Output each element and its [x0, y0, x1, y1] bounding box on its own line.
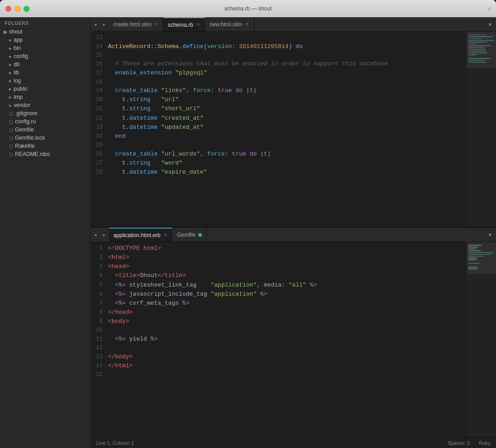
code-line: 11 <%= yield %> — [91, 335, 467, 344]
minimap-visual — [467, 32, 496, 227]
top-minimap — [467, 32, 496, 227]
sidebar-file-label: Gemfile.lock — [15, 135, 45, 141]
tab-nav-next[interactable]: ▸ — [100, 17, 109, 31]
sidebar-folder-label: log — [14, 78, 21, 84]
folder-icon: ▸ — [9, 86, 12, 92]
sidebar-item-public[interactable]: ▸ public — [0, 85, 90, 93]
tab-application-html-erb[interactable]: application.html.erb ✕ — [109, 228, 172, 242]
code-line: 19 create_table "links", force: true do … — [91, 86, 467, 95]
sidebar-item-tmp[interactable]: ▸ tmp — [0, 93, 90, 101]
code-line: 15 — [91, 51, 467, 60]
code-line: 7 <%= csrf_meta_tags %> — [91, 299, 467, 308]
folder-icon: ▸ — [9, 94, 12, 100]
tab-nav-next-bottom[interactable]: ▸ — [100, 228, 109, 242]
code-line: 22 t.datetime "created_at" — [91, 114, 467, 123]
sidebar-item-gitignore[interactable]: ◻ .gitignore — [0, 109, 90, 117]
code-line: 16 # These are extensions that must be e… — [91, 59, 467, 68]
tab-new-html-slim[interactable]: new.html.slim ✕ — [205, 17, 254, 31]
sidebar-item-gemfilelock[interactable]: ◻ Gemfile.lock — [0, 134, 90, 142]
folder-icon: ▸ — [9, 78, 12, 84]
tab-overflow-button[interactable]: ▾ — [484, 20, 496, 29]
file-icon: ◻ — [9, 143, 13, 149]
top-code-area[interactable]: 13 14 ActiveRecord::Schema.define(versio… — [91, 32, 467, 227]
bottom-tab-bar: ◂ ▸ application.html.erb ✕ Gemfile ▾ — [91, 228, 496, 242]
code-line: 15 — [91, 370, 467, 379]
status-position: Line 1, Column 1 — [96, 440, 134, 446]
sidebar-item-app[interactable]: ▸ app — [0, 36, 90, 44]
sidebar-folder-label: vendor — [14, 102, 30, 108]
code-line: 28 t.datetime "expire_date" — [91, 168, 467, 177]
code-line: 13 — [91, 34, 467, 42]
tab-nav-prev-bottom[interactable]: ◂ — [91, 228, 100, 242]
sidebar-item-configru[interactable]: ◻ config.ru — [0, 117, 90, 126]
tab-label: schema.rb — [168, 22, 193, 28]
tab-nav-prev[interactable]: ◂ — [91, 17, 100, 31]
sidebar-item-bin[interactable]: ▸ bin — [0, 44, 90, 52]
window-title: schema.rb — shout — [224, 5, 271, 12]
sidebar-item-rakefile[interactable]: ◻ Rakefile — [0, 142, 90, 150]
bottom-minimap — [467, 242, 496, 437]
code-line: 8 </head> — [91, 308, 467, 317]
sidebar-item-vendor[interactable]: ▸ vendor — [0, 101, 90, 109]
sidebar-item-log[interactable]: ▸ log — [0, 77, 90, 85]
folder-icon: ▸ — [9, 45, 12, 51]
tab-label: Gemfile — [177, 232, 196, 238]
sidebar-item-db[interactable]: ▸ db — [0, 60, 90, 68]
code-line: 6 <%= javascript_include_tag "applicatio… — [91, 290, 467, 299]
sidebar-file-label: .gitignore — [15, 110, 37, 117]
tab-create-html-slim[interactable]: create.html.slim ✕ — [109, 17, 163, 31]
tab-close-icon[interactable]: ✕ — [196, 22, 200, 28]
tab-close-icon[interactable]: ✕ — [163, 232, 167, 238]
folder-icon: ▸ — [9, 70, 12, 76]
code-line: 4 <title>Shout</title> — [91, 271, 467, 280]
code-line: 20 t.string "url" — [91, 95, 467, 104]
code-line: 10 — [91, 326, 467, 335]
sidebar-item-config[interactable]: ▸ config — [0, 52, 90, 60]
code-line: 21 t.string "short_url" — [91, 104, 467, 113]
expand-icon[interactable]: ⤢ — [487, 6, 491, 12]
folder-icon: ▶ — [4, 29, 7, 35]
sidebar-file-label: Gemfile — [15, 127, 34, 133]
tab-modified-dot — [198, 233, 202, 237]
sidebar-file-label: README.rdoc — [15, 151, 50, 157]
sidebar-header: FOLDERS — [0, 17, 90, 28]
sidebar-root-label: shout — [9, 29, 22, 35]
svg-rect-16 — [467, 32, 496, 68]
file-icon: ◻ — [9, 135, 13, 141]
sidebar-item-lib[interactable]: ▸ lib — [0, 68, 90, 77]
sidebar-folder-label: public — [14, 86, 28, 92]
sidebar-root-folder[interactable]: ▶ shout — [0, 28, 90, 36]
sidebar-item-gemfile[interactable]: ◻ Gemfile — [0, 126, 90, 134]
sidebar-folder-label: config — [14, 53, 28, 59]
tab-close-icon[interactable]: ✕ — [245, 21, 249, 27]
bottom-pane: ◂ ▸ application.html.erb ✕ Gemfile ▾ 1 — [91, 228, 496, 437]
folder-icon: ▸ — [9, 37, 12, 43]
top-pane: ◂ ▸ create.html.slim ✕ schema.rb ✕ new.h… — [91, 17, 496, 228]
sidebar-file-label: config.ru — [15, 118, 36, 125]
sidebar: FOLDERS ▶ shout ▸ app ▸ bin ▸ config ▸ d… — [0, 17, 91, 448]
sidebar-file-label: Rakefile — [15, 143, 34, 149]
tab-close-icon[interactable]: ✕ — [154, 21, 158, 27]
sidebar-folder-label: app — [14, 37, 23, 43]
tab-label: new.html.slim — [210, 21, 242, 28]
top-tab-bar: ◂ ▸ create.html.slim ✕ schema.rb ✕ new.h… — [91, 17, 496, 32]
main-layout: FOLDERS ▶ shout ▸ app ▸ bin ▸ config ▸ d… — [0, 17, 496, 448]
code-line: 1 <!DOCTYPE html> — [91, 244, 467, 253]
tab-gemfile[interactable]: Gemfile — [172, 228, 207, 242]
tab-overflow-button-bottom[interactable]: ▾ — [484, 230, 496, 239]
sidebar-item-readme[interactable]: ◻ README.rdoc — [0, 150, 90, 158]
sidebar-folder-label: tmp — [14, 94, 23, 100]
tab-label: create.html.slim — [113, 21, 152, 28]
tab-schema-rb[interactable]: schema.rb ✕ — [163, 17, 205, 31]
code-line: 3 <head> — [91, 262, 467, 271]
status-spaces: Spaces: 2 — [447, 440, 470, 446]
file-icon: ◻ — [9, 119, 13, 125]
minimize-button[interactable] — [15, 6, 20, 12]
code-line: 9 <body> — [91, 317, 467, 326]
close-button[interactable] — [5, 6, 11, 12]
maximize-button[interactable] — [24, 6, 29, 12]
minimap-visual-bottom — [467, 242, 496, 437]
bottom-code-area[interactable]: 1 <!DOCTYPE html> 2 <html> 3 <head> 4 <t… — [91, 242, 467, 437]
sidebar-folder-label: bin — [14, 45, 21, 51]
window-buttons — [5, 6, 29, 12]
